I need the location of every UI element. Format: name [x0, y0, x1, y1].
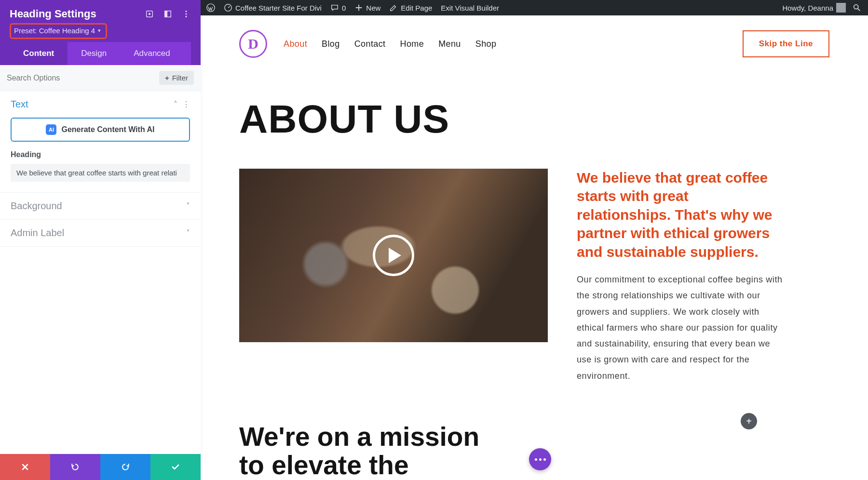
svg-point-4 [149, 13, 150, 15]
svg-point-2 [854, 5, 858, 9]
settings-tabs: Content Design Advanced [10, 42, 191, 65]
site-logo[interactable]: D [239, 30, 267, 58]
sidebar-footer [0, 454, 201, 480]
adminbar-edit-page-label: Edit Page [401, 4, 432, 12]
skip-the-line-button[interactable]: Skip the Line [743, 30, 829, 57]
sidebar-header: Heading Settings Preset: Coffee Heading … [0, 0, 201, 65]
filter-button[interactable]: + Filter [159, 71, 194, 85]
preset-selector[interactable]: Preset: Coffee Heading 4 ▾ [10, 23, 107, 39]
tab-design[interactable]: Design [68, 42, 120, 65]
plus-icon: + [165, 74, 169, 82]
about-subheading: We believe that great coffee starts with… [577, 169, 784, 261]
logo-letter: D [248, 36, 258, 52]
chevron-up-icon: ˄ [174, 100, 177, 109]
responsive-preview-button[interactable] [145, 9, 154, 19]
redo-button[interactable] [100, 454, 150, 480]
nav-item-blog[interactable]: Blog [322, 39, 340, 49]
filter-label: Filter [172, 74, 188, 82]
sidebar-body: Text ˄ ⋮ AI Generate Content With AI Hea… [0, 91, 201, 454]
adminbar-edit-page[interactable]: Edit Page [389, 3, 432, 12]
hero-section: ABOUT US [201, 63, 868, 147]
svg-point-8 [185, 13, 187, 14]
page-title: ABOUT US [239, 96, 829, 142]
search-row: + Filter [0, 65, 201, 91]
about-body-text: Our commitment to exceptional coffee beg… [577, 272, 784, 384]
mission-heading: We're on a mission to elevate the coffee [239, 423, 490, 480]
adminbar-exit-visual-builder[interactable]: Exit Visual Builder [441, 4, 499, 12]
adminbar-comments-count: 0 [342, 4, 346, 12]
adminbar-search[interactable] [853, 3, 861, 12]
preset-selector-label: Preset: Coffee Heading 4 [14, 27, 95, 35]
site-header: D About Blog Contact Home Menu Shop Skip… [201, 15, 868, 63]
nav-item-about[interactable]: About [284, 39, 307, 49]
ai-icon: AI [46, 124, 56, 135]
primary-nav: About Blog Contact Home Menu Shop [284, 39, 496, 49]
nav-item-menu[interactable]: Menu [438, 39, 461, 49]
divi-builder-fab[interactable] [529, 448, 551, 470]
adminbar-howdy-text: Howdy, Deanna [782, 4, 833, 12]
play-button[interactable] [373, 235, 414, 276]
avatar [836, 3, 846, 13]
ai-button-label: Generate Content With AI [61, 125, 154, 134]
video-module[interactable] [239, 169, 548, 342]
about-row: We believe that great coffee starts with… [201, 147, 868, 384]
expand-panel-button[interactable] [163, 9, 173, 19]
adminbar-comments[interactable]: 0 [330, 3, 346, 12]
svg-point-0 [207, 4, 215, 12]
wordpress-icon [206, 3, 215, 12]
chevron-down-icon: ▾ [98, 27, 101, 34]
tab-advanced[interactable]: Advanced [120, 42, 184, 65]
adminbar-site-name[interactable]: Coffee Starter Site For Divi [224, 3, 322, 12]
section-background-title: Background [11, 200, 62, 212]
module-settings-sidebar: Heading Settings Preset: Coffee Heading … [0, 0, 201, 480]
undo-button[interactable] [50, 454, 100, 480]
nav-item-contact[interactable]: Contact [354, 39, 386, 49]
cancel-button[interactable] [0, 454, 50, 480]
wp-logo[interactable] [206, 3, 215, 12]
section-more-icon[interactable]: ⋮ [182, 100, 190, 109]
svg-point-7 [185, 11, 187, 12]
section-text-toggle[interactable]: Text ˄ ⋮ [0, 91, 201, 118]
section-admin-label-title: Admin Label [11, 227, 64, 239]
comment-icon [330, 3, 339, 12]
pencil-icon [389, 3, 398, 12]
chevron-down-icon: ˅ [186, 201, 190, 211]
section-text-title: Text [11, 99, 28, 110]
heading-input[interactable] [11, 164, 190, 182]
more-options-button[interactable] [181, 9, 191, 19]
sidebar-title: Heading Settings [10, 8, 96, 20]
dashboard-icon [224, 3, 232, 12]
nav-item-shop[interactable]: Shop [475, 39, 497, 49]
adminbar-howdy[interactable]: Howdy, Deanna [782, 3, 846, 13]
section-admin-label-toggle[interactable]: Admin Label ˅ [0, 220, 201, 246]
search-options-input[interactable] [7, 74, 154, 82]
nav-item-home[interactable]: Home [400, 39, 424, 49]
adminbar-exit-vb-label: Exit Visual Builder [441, 4, 499, 12]
add-module-button[interactable]: + [741, 413, 757, 429]
adminbar-new-label: New [366, 4, 380, 12]
search-icon [853, 3, 861, 12]
svg-rect-6 [165, 11, 167, 17]
about-text-column: We believe that great coffee starts with… [577, 169, 784, 384]
save-button[interactable] [150, 454, 201, 480]
adminbar-site-name-text: Coffee Starter Site For Divi [235, 4, 322, 12]
section-text-body: AI Generate Content With AI Heading [0, 118, 201, 192]
generate-with-ai-button[interactable]: AI Generate Content With AI [11, 118, 190, 142]
plus-icon [354, 3, 363, 12]
chevron-down-icon: ˅ [186, 228, 190, 238]
tab-content[interactable]: Content [10, 42, 68, 65]
ellipsis-icon [535, 458, 546, 461]
adminbar-new[interactable]: New [354, 3, 380, 12]
section-background-toggle[interactable]: Background ˅ [0, 193, 201, 219]
page-canvas: D About Blog Contact Home Menu Shop Skip… [201, 15, 868, 480]
heading-field-label: Heading [11, 150, 190, 159]
svg-point-9 [185, 16, 187, 17]
